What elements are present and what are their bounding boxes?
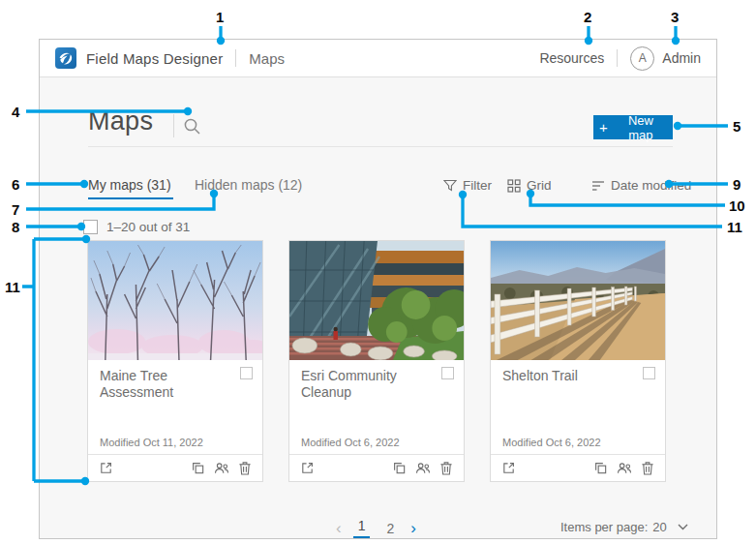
section-divider [88,146,673,147]
card-title[interactable]: Esri Community Cleanup [301,368,427,401]
resources-link[interactable]: Resources [539,50,604,66]
card-modified-date: Modified Oct 11, 2022 [100,437,203,448]
page-prev-icon[interactable]: ‹ [336,520,342,536]
share-group-icon[interactable] [414,460,431,476]
grid-label: Grid [527,178,552,193]
user-name[interactable]: Admin [662,50,701,66]
callout-number-9: 9 [733,177,741,192]
sort-label: Date modified [611,178,691,193]
map-card-grid: Maine Tree Assessment Modified Oct 11, 2… [87,240,666,482]
header-divider-2 [617,49,618,67]
duplicate-icon[interactable] [592,460,609,476]
chevron-down-icon [678,524,688,530]
map-card: Maine Tree Assessment Modified Oct 11, 2… [87,240,263,482]
page-title: Maps [88,106,153,136]
grid-view-control[interactable]: Grid [507,178,552,193]
callout-number-11-left: 11 [5,280,20,294]
callout-number-8: 8 [12,220,19,234]
grid-icon [507,179,521,193]
callout-number-2: 2 [584,10,591,24]
card-footer [491,454,665,481]
tab-hidden-maps[interactable]: Hidden maps (12) [195,177,302,193]
card-footer [289,454,464,481]
card-thumbnail-trail-fence[interactable] [491,241,665,360]
app-header: Field Maps Designer Maps Resources A Adm… [40,40,716,77]
delete-icon[interactable] [236,460,253,476]
new-map-label: New map [615,113,667,142]
page-2-button[interactable]: 2 [381,521,399,536]
callout-number-10: 10 [729,198,745,213]
map-card: Shelton Trail Modified Oct 6, 2022 [490,240,666,482]
items-per-page-select[interactable]: Items per page: 20 [560,520,688,534]
card-title[interactable]: Shelton Trail [502,368,578,384]
card-actions [190,460,253,476]
callout-number-1: 1 [216,10,224,24]
callout-number-6: 6 [12,177,19,192]
open-map-icon[interactable] [98,460,114,476]
share-group-icon[interactable] [616,460,632,476]
plus-icon: + [599,119,608,136]
filter-label: Filter [463,178,492,193]
card-checkbox[interactable] [240,367,253,379]
title-divider [173,114,174,137]
app-window: Field Maps Designer Maps Resources A Adm… [39,39,717,539]
page-1-button[interactable]: 1 [353,518,371,538]
nav-item-maps[interactable]: Maps [249,50,285,67]
duplicate-icon[interactable] [190,460,206,476]
card-actions [592,460,655,476]
selection-range-label: 1–20 out of 31 [106,220,190,234]
duplicate-icon[interactable] [391,460,408,476]
share-group-icon[interactable] [213,460,229,476]
items-per-page-label: Items per page: [560,520,648,534]
open-map-icon[interactable] [299,460,316,476]
sort-control[interactable]: Date modified [591,178,691,193]
items-per-page-value: 20 [652,520,666,534]
card-actions [391,460,454,476]
new-map-button[interactable]: + New map [593,115,673,139]
avatar[interactable]: A [630,46,654,71]
filter-funnel-icon [443,179,457,193]
card-checkbox[interactable] [441,367,454,379]
sort-icon [591,179,605,193]
delete-icon[interactable] [639,460,655,476]
callout-number-7: 7 [12,202,19,217]
callout-number-4: 4 [12,105,19,119]
page-next-icon[interactable]: › [410,520,416,536]
card-thumbnail-bare-trees[interactable] [88,241,262,360]
select-all-checkbox[interactable] [83,220,98,234]
open-map-icon[interactable] [500,460,517,476]
app-title: Field Maps Designer [86,50,223,67]
active-tab-underline [88,197,173,199]
search-icon[interactable] [183,117,202,136]
card-title[interactable]: Maine Tree Assessment [100,368,226,401]
card-modified-date: Modified Oct 6, 2022 [502,437,601,448]
card-footer [88,454,262,481]
card-modified-date: Modified Oct 6, 2022 [301,437,400,448]
callout-number-3: 3 [671,10,679,24]
callout-number-5: 5 [733,119,741,134]
tab-my-maps[interactable]: My maps (31) [88,177,171,193]
delete-icon[interactable] [438,460,454,476]
callout-number-11-right: 11 [727,220,742,234]
map-card: Esri Community Cleanup Modified Oct 6, 2… [288,240,465,482]
selection-row: 1–20 out of 31 [83,220,190,234]
esri-logo-icon [55,47,76,69]
header-divider [235,49,236,67]
card-thumbnail-esri-building[interactable] [289,241,464,360]
card-checkbox[interactable] [643,367,655,379]
annotated-screenshot: Field Maps Designer Maps Resources A Adm… [0,0,756,544]
pagination: ‹ 1 2 › [336,518,416,538]
header-right: Resources A Admin [539,46,701,71]
filter-control[interactable]: Filter [443,178,492,193]
